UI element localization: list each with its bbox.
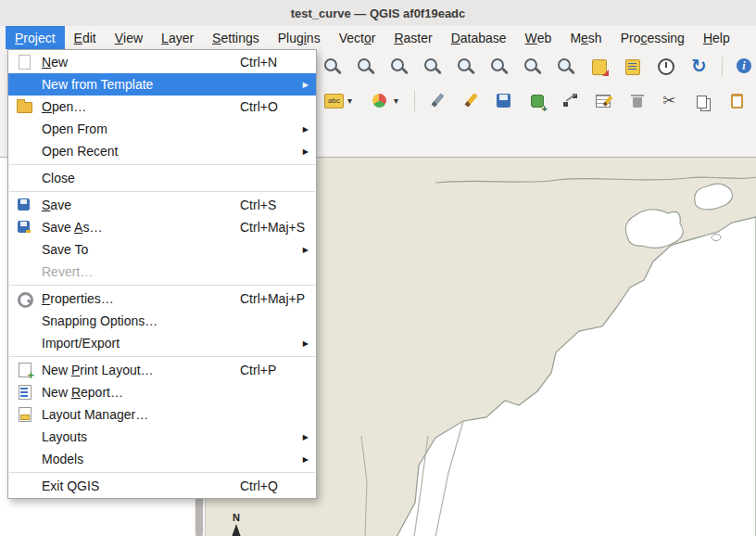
- menubar-item-project[interactable]: Project: [6, 26, 65, 49]
- diagram-options-icon: [369, 90, 391, 112]
- modify-attributes-button[interactable]: [592, 89, 616, 113]
- menu-item-save[interactable]: SaveCtrl+S: [8, 194, 316, 216]
- zoom-out-button[interactable]: [421, 55, 445, 79]
- menu-item-label: New Print Layout…: [42, 363, 154, 377]
- menu-item-close[interactable]: Close: [8, 167, 316, 189]
- zoom-to-native-button[interactable]: [354, 55, 378, 79]
- menu-item-new-report[interactable]: New Report…: [8, 381, 316, 403]
- zoom-to-selection-icon: [455, 56, 477, 78]
- submenu-arrow-icon: ▶: [303, 147, 309, 156]
- menubar-item-settings[interactable]: Settings: [203, 26, 269, 49]
- menu-item-models[interactable]: Models▶: [8, 448, 316, 470]
- zoom-next-button[interactable]: [554, 55, 578, 79]
- window-title: test_curve — QGIS af0f19eadc: [291, 6, 466, 20]
- refresh-button[interactable]: [687, 55, 712, 79]
- show-bookmarks-icon: [622, 56, 644, 78]
- zoom-in-button[interactable]: [387, 55, 411, 79]
- menu-item-shortcut: Ctrl+O: [240, 99, 278, 114]
- blank-icon: [16, 313, 34, 329]
- titlebar[interactable]: test_curve — QGIS af0f19eadc: [0, 0, 756, 27]
- menu-item-label: Open Recent: [42, 144, 119, 159]
- menubar: ProjectEditViewLayerSettingsPluginsVecto…: [0, 26, 756, 49]
- blank-icon: [16, 241, 34, 258]
- menu-item-layouts[interactable]: Layouts▶: [8, 426, 316, 448]
- menu-item-new-print-layout[interactable]: New Print Layout…Ctrl+P: [8, 359, 316, 381]
- save-layer-edits-button[interactable]: [492, 89, 516, 113]
- add-feature-icon: [526, 90, 548, 112]
- menu-item-layout-manager[interactable]: Layout Manager…: [8, 403, 316, 426]
- menu-item-open-from[interactable]: Open From▶: [8, 118, 316, 140]
- zoom-next-icon: [555, 56, 577, 78]
- temporal-controller-button[interactable]: [654, 55, 678, 79]
- show-bookmarks-button[interactable]: [621, 55, 645, 79]
- paste-features-icon: [726, 90, 749, 112]
- zoom-to-native-icon: [355, 56, 377, 78]
- zoom-to-layer-button[interactable]: [487, 55, 511, 79]
- paste-features-button[interactable]: [725, 89, 750, 113]
- menu-item-label: New: [42, 55, 68, 70]
- menubar-item-plugins[interactable]: Plugins: [269, 26, 330, 49]
- blank-icon: [16, 478, 34, 494]
- menu-item-shortcut: Ctrl+S: [240, 198, 276, 212]
- menu-item-new-from-template[interactable]: New from Template▶: [8, 73, 316, 96]
- zoom-last-icon: [522, 56, 544, 78]
- refresh-icon: [688, 56, 711, 78]
- submenu-arrow-icon: ▶: [303, 455, 309, 464]
- menu-item-shortcut: Ctrl+N: [240, 55, 277, 70]
- blank-icon: [16, 263, 34, 280]
- menubar-item-edit[interactable]: Edit: [65, 26, 106, 49]
- menu-item-save-to[interactable]: Save To▶: [8, 238, 316, 261]
- menubar-item-database[interactable]: Database: [442, 26, 516, 49]
- blank-icon: [16, 451, 34, 467]
- menubar-item-web[interactable]: Web: [516, 26, 561, 49]
- menubar-item-raster[interactable]: Raster: [384, 26, 441, 49]
- menubar-item-help[interactable]: Help: [694, 26, 739, 49]
- menu-item-shortcut: Ctrl+Q: [240, 479, 278, 493]
- menu-item-label: Save: [42, 198, 71, 212]
- menubar-item-view[interactable]: View: [106, 26, 152, 49]
- menu-item-snapping-options[interactable]: Snapping Options…: [8, 310, 316, 332]
- toggle-editing-icon: [460, 90, 482, 112]
- diagram-options-button[interactable]: ▾: [367, 89, 404, 113]
- toolbar-separator: [722, 57, 723, 77]
- north-arrow-icon: [232, 524, 241, 536]
- menubar-item-processing[interactable]: Processing: [611, 26, 694, 49]
- delete-selected-button[interactable]: [625, 89, 649, 113]
- new-layout-icon: [16, 362, 34, 378]
- toggle-editing-button[interactable]: [459, 89, 483, 113]
- project-menu: NewCtrl+NNew from Template▶Open…Ctrl+OOp…: [7, 49, 317, 499]
- labeling-options-button[interactable]: ▾: [321, 89, 358, 113]
- copy-features-button[interactable]: [692, 89, 716, 113]
- delete-selected-icon: [626, 90, 649, 112]
- cut-features-button[interactable]: [659, 89, 683, 113]
- current-edits-button[interactable]: [425, 89, 449, 113]
- menu-item-new[interactable]: NewCtrl+N: [8, 51, 316, 73]
- menu-separator: [9, 356, 315, 357]
- menu-item-shortcut: Ctrl+Maj+S: [240, 220, 305, 235]
- menu-item-properties[interactable]: Properties…Ctrl+Maj+P: [8, 287, 316, 310]
- menu-item-label: Layouts: [42, 429, 87, 444]
- menu-item-shortcut: Ctrl+Maj+P: [240, 291, 305, 306]
- new-bookmark-button[interactable]: [587, 55, 611, 79]
- submenu-arrow-icon: ▶: [303, 125, 309, 134]
- zoom-last-button[interactable]: [521, 55, 545, 79]
- labeling-options-icon: [322, 90, 345, 112]
- menu-item-import-export[interactable]: Import/Export▶: [8, 332, 316, 354]
- identify-features-button[interactable]: [733, 55, 756, 79]
- zoom-to-selection-button[interactable]: [454, 55, 478, 79]
- menu-item-exit-qgis[interactable]: Exit QGISCtrl+Q: [8, 475, 316, 497]
- menu-item-save-as[interactable]: Save As…Ctrl+Maj+S: [8, 216, 316, 238]
- menu-item-open-recent[interactable]: Open Recent▶: [8, 140, 316, 162]
- menubar-item-vector[interactable]: Vector: [330, 26, 385, 49]
- add-feature-button[interactable]: [525, 89, 549, 113]
- menu-item-open[interactable]: Open…Ctrl+O: [8, 96, 316, 118]
- menu-item-shortcut: Ctrl+P: [240, 363, 276, 377]
- zoom-in-icon: [388, 56, 410, 78]
- zoom-full-button[interactable]: [321, 55, 345, 79]
- dropdown-caret-icon: ▾: [394, 96, 398, 106]
- vertex-tool-button[interactable]: [559, 89, 583, 113]
- menubar-item-mesh[interactable]: Mesh: [561, 26, 611, 49]
- menu-item-revert[interactable]: Revert…: [8, 261, 316, 283]
- menubar-item-layer[interactable]: Layer: [152, 26, 203, 49]
- blank-icon: [16, 143, 34, 160]
